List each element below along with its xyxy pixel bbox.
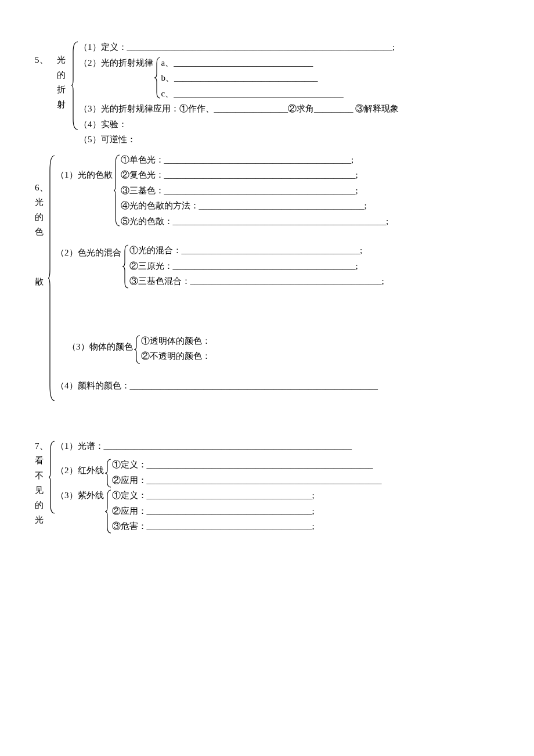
t: 散 (35, 275, 48, 289)
num: 6、 (35, 181, 48, 195)
brace-icon (153, 56, 161, 99)
brace-icon (104, 458, 112, 488)
item: ③三基色：___________________________________… (121, 184, 358, 197)
brace-icon (121, 244, 129, 289)
section-5-label: 5、 (35, 41, 57, 69)
item: ①光的混合：__________________________________… (129, 244, 363, 257)
section-5-vtitle: 光 的 折 射 (57, 41, 71, 113)
t: 看 (35, 454, 48, 467)
section-5-content: （1）定义：__________________________________… (79, 41, 499, 149)
sub-7-2-content: ①定义：____________________________________… (112, 458, 500, 489)
t: 的 (35, 211, 48, 224)
item: （3）光的折射规律应用：①作作、_________________②求角____… (79, 102, 399, 116)
brace-icon (133, 334, 141, 365)
group-label: （1）光的色散 (56, 153, 113, 231)
group-label: （3）物体的颜色 (67, 334, 133, 365)
item: ②应用：____________________________________… (112, 474, 382, 487)
item: a、________________________________ (161, 56, 313, 70)
sub-5-2-content: a、________________________________ b、___… (161, 56, 500, 103)
section-5: 5、 光 的 折 射 （1）定义：_______________________… (35, 41, 499, 149)
item: （2）光的折射规律 (79, 56, 153, 103)
group-label: （3）紫外线 (56, 489, 104, 535)
sub-5-2: （2）光的折射规律 a、____________________________… (79, 56, 499, 103)
item: ⑤光的色散：__________________________________… (121, 215, 389, 228)
item: ①定义：____________________________________… (112, 489, 315, 502)
sub-6-1-content: ①单色光：___________________________________… (121, 153, 500, 231)
t: 光 (35, 196, 48, 209)
brace-icon (104, 489, 112, 534)
item: b、_________________________________ (161, 71, 318, 85)
brace-icon (48, 440, 56, 515)
item: c、______________________________________… (161, 87, 344, 100)
item: （4）颜料的颜色：_______________________________… (56, 379, 378, 393)
item: ②应用：____________________________________… (112, 505, 315, 518)
sub-6-3: （3）物体的颜色 ①透明体的颜色： ②不透明的颜色： (67, 334, 499, 365)
t: 光 (35, 513, 48, 527)
t: 折 (57, 83, 71, 96)
item: ①透明体的颜色： (141, 334, 211, 348)
t: 不 (35, 469, 48, 483)
item: ②不透明的颜色： (141, 350, 211, 363)
sub-6-3-content: ①透明体的颜色： ②不透明的颜色： (141, 334, 500, 365)
sub-7-3-content: ①定义：____________________________________… (112, 489, 500, 535)
t: 光 (57, 53, 71, 67)
group-label: （2）红外线 (56, 458, 104, 489)
t: 的 (35, 499, 48, 512)
brace-icon (71, 41, 79, 131)
t: 的 (57, 69, 71, 82)
item: ③危害：____________________________________… (112, 520, 315, 533)
section-7-content: （1）光谱：__________________________________… (56, 440, 499, 535)
sub-6-1: （1）光的色散 ①单色光：___________________________… (56, 153, 499, 231)
item: ②复色光：___________________________________… (121, 168, 358, 182)
section-7-vtitle: 7、 看 不 见 的 光 (35, 440, 48, 528)
t: 色 (35, 225, 48, 239)
section-6-vtitle: 6、 光 的 色 散 (35, 153, 48, 290)
item: ④光的色散的方法：_______________________________… (121, 199, 367, 213)
item: ①单色光：___________________________________… (121, 153, 354, 167)
sub-7-2: （2）红外线 ①定义：_____________________________… (56, 458, 499, 489)
group-label: （2）色光的混合 (56, 244, 121, 290)
t: 见 (35, 484, 48, 497)
item: （1）光谱：__________________________________… (56, 440, 352, 453)
section-6-content: （1）光的色散 ①单色光：___________________________… (56, 153, 499, 395)
item: （1）定义：__________________________________… (79, 41, 395, 54)
sub-6-2: （2）色光的混合 ①光的混合：_________________________… (56, 244, 499, 290)
sub-7-3: （3）紫外线 ①定义：_____________________________… (56, 489, 499, 535)
brace-icon (113, 153, 121, 228)
item: ③三基色混合：_________________________________… (129, 275, 384, 288)
item: ①定义：____________________________________… (112, 458, 373, 471)
brace-icon (48, 153, 56, 403)
t: 射 (57, 98, 71, 111)
sub-6-2-content: ①光的混合：__________________________________… (129, 244, 500, 290)
num: 5、 (35, 53, 57, 67)
item: ②三原光：___________________________________… (129, 260, 358, 273)
num: 7、 (35, 440, 48, 453)
section-7: 7、 看 不 见 的 光 （1）光谱：_____________________… (35, 440, 499, 535)
item: （4）实验： (79, 118, 127, 131)
section-6: 6、 光 的 色 散 （1）光的色散 ①单色光：________________… (35, 153, 499, 403)
item: （5）可逆性： (79, 133, 136, 146)
